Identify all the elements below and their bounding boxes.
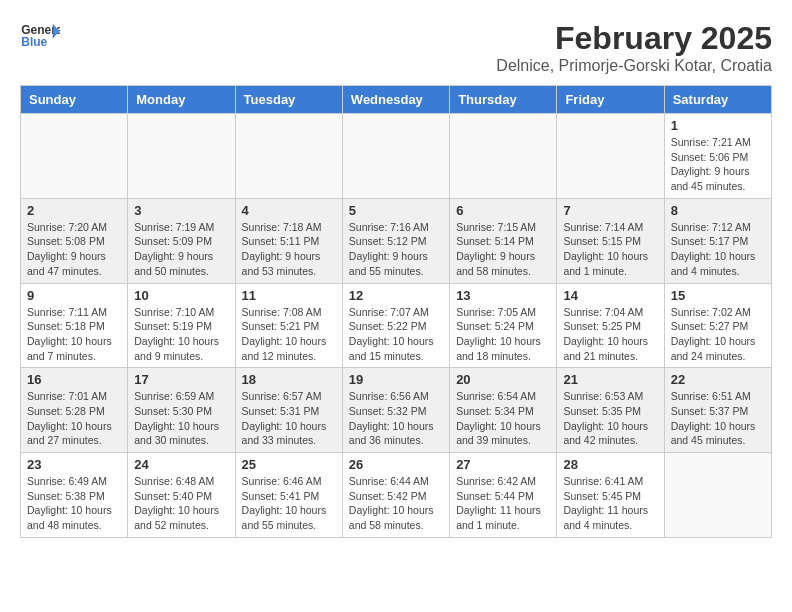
day-number: 13 <box>456 288 550 303</box>
table-row: 27Sunrise: 6:42 AMSunset: 5:44 PMDayligh… <box>450 453 557 538</box>
table-row <box>128 114 235 199</box>
day-number: 8 <box>671 203 765 218</box>
table-row: 9Sunrise: 7:11 AMSunset: 5:18 PMDaylight… <box>21 283 128 368</box>
table-row: 2Sunrise: 7:20 AMSunset: 5:08 PMDaylight… <box>21 198 128 283</box>
day-number: 16 <box>27 372 121 387</box>
col-saturday: Saturday <box>664 86 771 114</box>
day-number: 3 <box>134 203 228 218</box>
logo-icon: General Blue <box>20 20 60 50</box>
table-row: 10Sunrise: 7:10 AMSunset: 5:19 PMDayligh… <box>128 283 235 368</box>
svg-text:Blue: Blue <box>21 35 47 49</box>
day-info: Sunrise: 7:20 AMSunset: 5:08 PMDaylight:… <box>27 220 121 279</box>
table-row: 28Sunrise: 6:41 AMSunset: 5:45 PMDayligh… <box>557 453 664 538</box>
day-number: 9 <box>27 288 121 303</box>
table-row: 18Sunrise: 6:57 AMSunset: 5:31 PMDayligh… <box>235 368 342 453</box>
table-row: 22Sunrise: 6:51 AMSunset: 5:37 PMDayligh… <box>664 368 771 453</box>
table-row: 23Sunrise: 6:49 AMSunset: 5:38 PMDayligh… <box>21 453 128 538</box>
table-row: 21Sunrise: 6:53 AMSunset: 5:35 PMDayligh… <box>557 368 664 453</box>
day-number: 6 <box>456 203 550 218</box>
col-tuesday: Tuesday <box>235 86 342 114</box>
day-info: Sunrise: 6:59 AMSunset: 5:30 PMDaylight:… <box>134 389 228 448</box>
table-row: 11Sunrise: 7:08 AMSunset: 5:21 PMDayligh… <box>235 283 342 368</box>
day-number: 27 <box>456 457 550 472</box>
day-info: Sunrise: 7:14 AMSunset: 5:15 PMDaylight:… <box>563 220 657 279</box>
table-row: 19Sunrise: 6:56 AMSunset: 5:32 PMDayligh… <box>342 368 449 453</box>
day-info: Sunrise: 6:51 AMSunset: 5:37 PMDaylight:… <box>671 389 765 448</box>
day-info: Sunrise: 7:05 AMSunset: 5:24 PMDaylight:… <box>456 305 550 364</box>
table-row <box>664 453 771 538</box>
table-row: 6Sunrise: 7:15 AMSunset: 5:14 PMDaylight… <box>450 198 557 283</box>
calendar-week-row: 9Sunrise: 7:11 AMSunset: 5:18 PMDaylight… <box>21 283 772 368</box>
day-info: Sunrise: 6:54 AMSunset: 5:34 PMDaylight:… <box>456 389 550 448</box>
table-row <box>235 114 342 199</box>
table-row: 3Sunrise: 7:19 AMSunset: 5:09 PMDaylight… <box>128 198 235 283</box>
day-info: Sunrise: 7:10 AMSunset: 5:19 PMDaylight:… <box>134 305 228 364</box>
day-info: Sunrise: 7:18 AMSunset: 5:11 PMDaylight:… <box>242 220 336 279</box>
day-info: Sunrise: 6:42 AMSunset: 5:44 PMDaylight:… <box>456 474 550 533</box>
col-friday: Friday <box>557 86 664 114</box>
table-row: 15Sunrise: 7:02 AMSunset: 5:27 PMDayligh… <box>664 283 771 368</box>
day-info: Sunrise: 7:15 AMSunset: 5:14 PMDaylight:… <box>456 220 550 279</box>
calendar-header-row: Sunday Monday Tuesday Wednesday Thursday… <box>21 86 772 114</box>
day-number: 1 <box>671 118 765 133</box>
day-number: 20 <box>456 372 550 387</box>
day-info: Sunrise: 6:49 AMSunset: 5:38 PMDaylight:… <box>27 474 121 533</box>
day-info: Sunrise: 7:04 AMSunset: 5:25 PMDaylight:… <box>563 305 657 364</box>
day-info: Sunrise: 6:53 AMSunset: 5:35 PMDaylight:… <box>563 389 657 448</box>
day-number: 5 <box>349 203 443 218</box>
day-info: Sunrise: 7:07 AMSunset: 5:22 PMDaylight:… <box>349 305 443 364</box>
day-info: Sunrise: 7:08 AMSunset: 5:21 PMDaylight:… <box>242 305 336 364</box>
day-info: Sunrise: 6:48 AMSunset: 5:40 PMDaylight:… <box>134 474 228 533</box>
day-info: Sunrise: 7:21 AMSunset: 5:06 PMDaylight:… <box>671 135 765 194</box>
table-row <box>557 114 664 199</box>
title-section: February 2025 Delnice, Primorje-Gorski K… <box>496 20 772 75</box>
day-info: Sunrise: 6:46 AMSunset: 5:41 PMDaylight:… <box>242 474 336 533</box>
month-year-title: February 2025 <box>496 20 772 57</box>
table-row: 5Sunrise: 7:16 AMSunset: 5:12 PMDaylight… <box>342 198 449 283</box>
table-row <box>450 114 557 199</box>
day-number: 10 <box>134 288 228 303</box>
day-number: 26 <box>349 457 443 472</box>
day-number: 21 <box>563 372 657 387</box>
table-row: 8Sunrise: 7:12 AMSunset: 5:17 PMDaylight… <box>664 198 771 283</box>
col-monday: Monday <box>128 86 235 114</box>
table-row: 26Sunrise: 6:44 AMSunset: 5:42 PMDayligh… <box>342 453 449 538</box>
day-number: 25 <box>242 457 336 472</box>
logo: General Blue <box>20 20 60 50</box>
calendar-week-row: 16Sunrise: 7:01 AMSunset: 5:28 PMDayligh… <box>21 368 772 453</box>
table-row <box>21 114 128 199</box>
day-info: Sunrise: 7:12 AMSunset: 5:17 PMDaylight:… <box>671 220 765 279</box>
day-number: 18 <box>242 372 336 387</box>
day-info: Sunrise: 6:56 AMSunset: 5:32 PMDaylight:… <box>349 389 443 448</box>
day-number: 12 <box>349 288 443 303</box>
table-row <box>342 114 449 199</box>
day-number: 11 <box>242 288 336 303</box>
calendar-table: Sunday Monday Tuesday Wednesday Thursday… <box>20 85 772 538</box>
table-row: 1Sunrise: 7:21 AMSunset: 5:06 PMDaylight… <box>664 114 771 199</box>
day-number: 28 <box>563 457 657 472</box>
day-info: Sunrise: 7:01 AMSunset: 5:28 PMDaylight:… <box>27 389 121 448</box>
day-number: 17 <box>134 372 228 387</box>
day-info: Sunrise: 7:19 AMSunset: 5:09 PMDaylight:… <box>134 220 228 279</box>
day-number: 4 <box>242 203 336 218</box>
table-row: 16Sunrise: 7:01 AMSunset: 5:28 PMDayligh… <box>21 368 128 453</box>
day-number: 24 <box>134 457 228 472</box>
day-info: Sunrise: 7:11 AMSunset: 5:18 PMDaylight:… <box>27 305 121 364</box>
calendar-week-row: 23Sunrise: 6:49 AMSunset: 5:38 PMDayligh… <box>21 453 772 538</box>
day-number: 23 <box>27 457 121 472</box>
day-number: 22 <box>671 372 765 387</box>
day-number: 19 <box>349 372 443 387</box>
table-row: 25Sunrise: 6:46 AMSunset: 5:41 PMDayligh… <box>235 453 342 538</box>
table-row: 4Sunrise: 7:18 AMSunset: 5:11 PMDaylight… <box>235 198 342 283</box>
col-wednesday: Wednesday <box>342 86 449 114</box>
day-info: Sunrise: 6:41 AMSunset: 5:45 PMDaylight:… <box>563 474 657 533</box>
calendar-week-row: 1Sunrise: 7:21 AMSunset: 5:06 PMDaylight… <box>21 114 772 199</box>
day-number: 14 <box>563 288 657 303</box>
table-row: 12Sunrise: 7:07 AMSunset: 5:22 PMDayligh… <box>342 283 449 368</box>
day-number: 7 <box>563 203 657 218</box>
col-thursday: Thursday <box>450 86 557 114</box>
col-sunday: Sunday <box>21 86 128 114</box>
table-row: 14Sunrise: 7:04 AMSunset: 5:25 PMDayligh… <box>557 283 664 368</box>
table-row: 17Sunrise: 6:59 AMSunset: 5:30 PMDayligh… <box>128 368 235 453</box>
table-row: 24Sunrise: 6:48 AMSunset: 5:40 PMDayligh… <box>128 453 235 538</box>
